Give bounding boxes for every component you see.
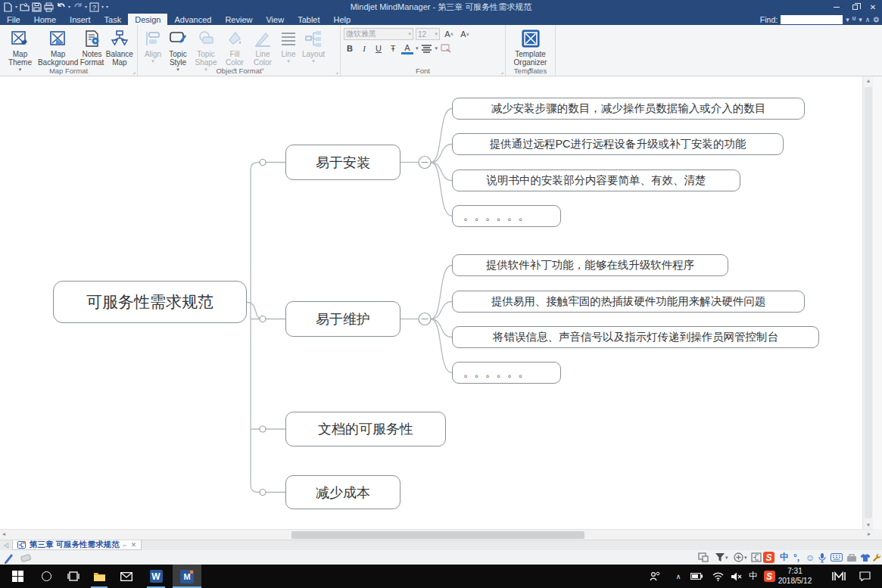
tab-design[interactable]: Design [128, 14, 167, 25]
notes-format-button[interactable]: Notes Format [79, 27, 104, 68]
action-center-icon[interactable] [856, 565, 874, 588]
volume-muted-icon[interactable] [728, 565, 743, 588]
ime-toolbox-icon[interactable] [846, 551, 857, 564]
tab-tablet[interactable]: Tablet [291, 14, 326, 25]
ime-keyboard-icon[interactable] [831, 551, 843, 564]
format-painter-icon[interactable] [440, 42, 452, 54]
document-tab[interactable]: 第三章 可服务性需求规范 ⌐ ✕ [12, 540, 142, 550]
tray-clock[interactable]: 7:31 2018/5/12 [772, 567, 818, 586]
help-icon[interactable]: ? [89, 2, 99, 11]
font-color-button[interactable]: A [401, 43, 413, 54]
filter-icon[interactable]: ▾ [715, 551, 728, 564]
tab-home[interactable]: Home [27, 14, 63, 25]
open-icon[interactable] [20, 2, 30, 11]
subtopic[interactable]: 提供易用、接触牢固的热插拔硬件功能用来解决硬件问题 [452, 291, 805, 313]
vertical-scroll-thumb[interactable] [865, 87, 872, 518]
close-button[interactable]: ✕ [864, 0, 882, 14]
bold-button[interactable]: B [344, 42, 356, 54]
chevron-down-icon[interactable]: ▾ [15, 5, 17, 9]
tab-task[interactable]: Task [98, 14, 129, 25]
chevron-down-icon[interactable]: ▾ [846, 16, 849, 23]
horizontal-scrollbar[interactable]: ◂ ▸ [0, 529, 873, 540]
tab-view[interactable]: View [259, 14, 291, 25]
layout-button[interactable]: Layout▾ [300, 27, 327, 66]
close-tab-icon[interactable]: ✕ [131, 541, 137, 549]
chevron-down-icon[interactable]: ▾ [68, 5, 70, 9]
start-button[interactable] [6, 565, 29, 588]
battery-icon[interactable] [689, 565, 704, 588]
collapse-ribbon-icon[interactable]: ∧ [865, 16, 871, 23]
tab-file[interactable]: File [0, 14, 27, 25]
branch-topic[interactable]: 易于安装 [285, 145, 400, 180]
file-explorer-button[interactable] [88, 565, 111, 588]
vertical-scrollbar[interactable]: ▲ ▼ [862, 76, 873, 529]
people-tray-icon[interactable] [648, 565, 662, 588]
branch-topic[interactable]: 易于维护 [285, 301, 400, 337]
ime-chinese-mode[interactable]: 中 [780, 551, 789, 564]
help-circle-icon[interactable]: ❂ [873, 16, 879, 23]
subtopic[interactable]: 。。。。。。 [452, 362, 561, 384]
mail-button[interactable] [115, 565, 138, 588]
branch-topic[interactable]: 文档的可服务性 [285, 412, 446, 446]
task-view-button[interactable] [62, 565, 85, 588]
tab-scroll-left-icon[interactable]: ◁ [0, 540, 12, 550]
ime-settings-wrench-icon[interactable] [872, 551, 881, 564]
shrink-font-button[interactable]: A˅ [458, 28, 472, 40]
tab-help[interactable]: Help [327, 14, 358, 25]
chevron-down-icon[interactable]: ▾ [859, 16, 862, 23]
tab-insert[interactable]: Insert [63, 14, 98, 25]
fit-map-icon[interactable] [751, 551, 762, 564]
new-document-icon[interactable] [3, 2, 13, 11]
float-window-icon[interactable]: ⌐ [123, 541, 126, 549]
scroll-down-icon[interactable]: ▼ [863, 522, 874, 527]
subtopic[interactable]: 。。。。。。 [452, 205, 561, 227]
word-button[interactable]: W [144, 565, 168, 588]
eraser-mode-icon[interactable] [20, 551, 33, 564]
ime-microphone-icon[interactable] [818, 551, 826, 564]
ime-punctuation-icon[interactable]: °, [793, 551, 799, 564]
subtopic[interactable]: 减少安装步骤的数目，减少操作员数据输入或介入的数目 [452, 98, 805, 120]
subtopic[interactable]: 提供软件补丁功能，能够在线升级软件程序 [452, 254, 728, 276]
mindmanager-tray-icon[interactable] [830, 565, 848, 588]
chevron-down-icon[interactable]: ▾ [101, 5, 104, 9]
scroll-right-icon[interactable]: ▸ [868, 530, 871, 537]
print-icon[interactable] [44, 2, 54, 11]
subtopic[interactable]: 说明书中的安装部分内容要简单、有效、清楚 [452, 170, 740, 191]
cortana-button[interactable] [35, 565, 58, 588]
ime-skin-icon[interactable] [860, 551, 871, 564]
tray-ime-mode[interactable]: 中 [746, 565, 760, 588]
grow-font-button[interactable]: A˄ [442, 28, 456, 40]
dialog-launcher-icon[interactable]: ⌟ [500, 68, 503, 75]
underline-button[interactable]: U [372, 42, 385, 54]
chevron-down-icon[interactable]: ▾ [435, 45, 438, 51]
scroll-up-icon[interactable]: ▲ [863, 78, 874, 83]
undo-icon[interactable] [56, 2, 66, 11]
save-icon[interactable] [32, 2, 42, 11]
chevron-down-icon[interactable]: ▾ [85, 5, 87, 9]
horizontal-scroll-thumb[interactable] [291, 531, 584, 539]
dialog-launcher-icon[interactable]: ⌟ [132, 68, 136, 75]
wifi-icon[interactable] [710, 565, 725, 588]
subtopic[interactable]: 提供通过远程PC进行远程设备升级或补丁安装的功能 [452, 133, 784, 155]
align-button[interactable]: Align▾ [141, 27, 165, 66]
restore-button[interactable] [846, 0, 864, 14]
central-topic[interactable]: 可服务性需求规范 [53, 281, 247, 323]
map-canvas[interactable]: 可服务性需求规范 易于安装 易于维护 文档的可服务性 减少成本 减少安装步骤的数… [0, 76, 862, 529]
tab-review[interactable]: Review [218, 14, 259, 25]
map-background-button[interactable]: Map Background [37, 27, 79, 68]
ime-emoji-icon[interactable]: ☺ [806, 551, 815, 564]
tab-advanced[interactable]: Advanced [167, 14, 218, 25]
minimize-button[interactable] [827, 0, 846, 14]
branch-topic[interactable]: 减少成本 [285, 475, 400, 509]
balance-map-button[interactable]: Balance Map [105, 27, 134, 68]
dialog-launcher-icon[interactable]: ⌟ [335, 68, 338, 75]
font-size-combo[interactable]: 12▾ [416, 28, 440, 40]
font-name-combo[interactable]: 微软雅黑▾ [344, 28, 413, 40]
zoom-icon[interactable]: ▾ [733, 551, 747, 564]
chevron-down-icon[interactable]: ▾ [416, 45, 419, 51]
pen-mode-icon[interactable] [3, 551, 15, 564]
text-align-button[interactable] [421, 42, 433, 54]
redo-icon[interactable] [73, 2, 83, 11]
find-input[interactable] [781, 15, 843, 24]
strikethrough-button[interactable]: Ŧ [387, 42, 399, 54]
